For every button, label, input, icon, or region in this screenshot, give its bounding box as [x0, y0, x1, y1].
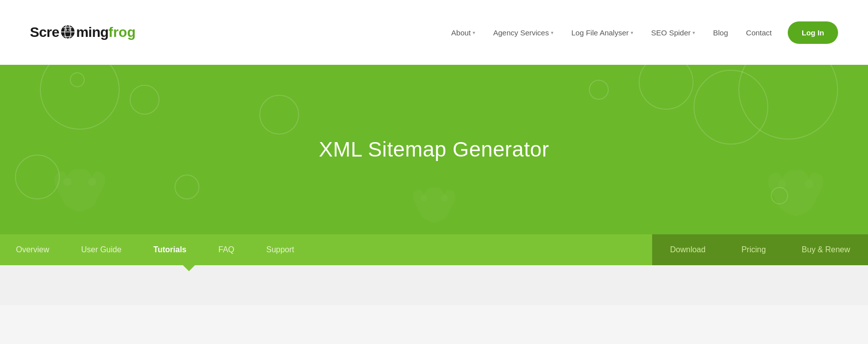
- hero-title: XML Sitemap Generator: [319, 138, 549, 162]
- decorative-circle: [694, 70, 768, 145]
- nav-item-log-file[interactable]: Log File Analyser ▾: [564, 24, 640, 41]
- decorative-circle: [771, 187, 788, 204]
- logo-text-screaming: Scre: [30, 24, 59, 40]
- tab-support[interactable]: Support: [250, 234, 310, 265]
- decorative-circle: [130, 85, 160, 115]
- tab-download[interactable]: Download: [652, 234, 723, 265]
- tabs-left-group: Overview User Guide Tutorials FAQ Suppor…: [0, 234, 652, 265]
- nav-item-about[interactable]: About ▾: [444, 24, 482, 41]
- svg-point-8: [63, 178, 71, 186]
- decorative-circle: [738, 65, 838, 140]
- hero-banner: XML Sitemap Generator: [0, 65, 868, 234]
- decorative-circle: [589, 80, 609, 100]
- page-tabs: Overview User Guide Tutorials FAQ Suppor…: [0, 234, 868, 265]
- tab-tutorials[interactable]: Tutorials: [138, 234, 202, 265]
- svg-point-7: [69, 29, 70, 30]
- decorative-circle: [70, 72, 85, 87]
- active-tab-indicator: [182, 264, 196, 271]
- decorative-circle: [639, 65, 694, 110]
- login-button[interactable]: Log In: [788, 21, 838, 44]
- decorative-circle: [15, 155, 60, 199]
- main-nav: About ▾ Agency Services ▾ Log File Analy…: [444, 21, 838, 44]
- nav-label-agency: Agency Services: [493, 28, 549, 37]
- svg-point-11: [441, 195, 448, 201]
- logo-text-frog: frog: [109, 24, 136, 40]
- logo-text-ming: ming: [76, 24, 109, 40]
- site-logo[interactable]: Scre ming frog: [30, 24, 136, 40]
- decorative-circle: [174, 174, 199, 199]
- nav-label-blog: Blog: [713, 28, 728, 37]
- svg-point-12: [778, 179, 786, 188]
- frog-silhouette-right: [763, 160, 828, 224]
- tab-pricing[interactable]: Pricing: [723, 234, 784, 265]
- nav-label-contact: Contact: [746, 28, 772, 37]
- chevron-down-icon: ▾: [473, 30, 475, 35]
- decorative-circle: [40, 65, 120, 130]
- tab-user-guide[interactable]: User Guide: [65, 234, 138, 265]
- nav-item-agency[interactable]: Agency Services ▾: [486, 24, 560, 41]
- nav-item-seo-spider[interactable]: SEO Spider ▾: [644, 24, 702, 41]
- page-content: [0, 265, 868, 305]
- svg-point-9: [88, 178, 96, 186]
- nav-label-log-file: Log File Analyser: [571, 28, 629, 37]
- chevron-down-icon: ▾: [551, 30, 553, 35]
- logo-globe-icon: [60, 24, 76, 40]
- decorative-circle: [259, 95, 299, 135]
- chevron-down-icon: ▾: [631, 30, 633, 35]
- frog-silhouette-center: [409, 179, 459, 229]
- tab-overview[interactable]: Overview: [0, 234, 65, 265]
- site-header: Scre ming frog About ▾ Agency Services ▾: [0, 0, 868, 65]
- tabs-right-group: Download Pricing Buy & Renew: [652, 234, 868, 265]
- frog-silhouette-left: [50, 160, 110, 219]
- svg-point-13: [805, 179, 813, 188]
- nav-item-contact[interactable]: Contact: [739, 24, 779, 41]
- nav-item-blog[interactable]: Blog: [706, 24, 735, 41]
- nav-label-seo-spider: SEO Spider: [651, 28, 691, 37]
- tab-faq[interactable]: FAQ: [202, 234, 250, 265]
- tab-buy-renew[interactable]: Buy & Renew: [784, 234, 868, 265]
- nav-label-about: About: [451, 28, 471, 37]
- chevron-down-icon: ▾: [693, 30, 695, 35]
- svg-point-10: [420, 195, 427, 201]
- svg-point-6: [65, 29, 66, 30]
